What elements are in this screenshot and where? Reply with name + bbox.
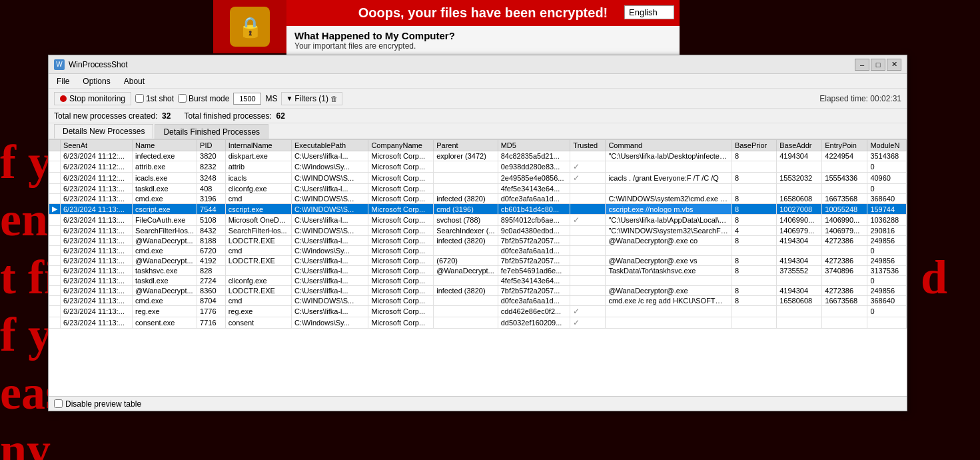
burst-mode-wrap: Burst mode [178,94,229,103]
close-button[interactable]: ✕ [887,59,901,71]
tab-details-new[interactable]: Details New Processes [54,124,153,139]
ransom-content: Ooops, your files have been encrypted! E… [286,0,680,53]
maximize-button[interactable]: □ [871,59,885,71]
col-header-entryPoint[interactable]: EntryPoin [822,140,867,151]
col-header-baseAddr[interactable]: BaseAddr [777,140,822,151]
col-header-execPath[interactable]: ExecutablePath [292,140,368,151]
ransom-sub: What Happened to My Computer? Your impor… [286,26,680,55]
col-header-companyName[interactable]: CompanyName [368,140,434,151]
col-header-name[interactable]: Name [133,140,197,151]
toolbar: Stop monitoring 1st shot Burst mode MS ▼… [49,89,907,109]
table-header-row: SeenAt Name PID InternalName ExecutableP… [49,140,907,151]
col-header-command[interactable]: Command [606,140,732,151]
ransom-sub-title: What Happened to My Computer? [294,30,672,41]
ransom-icon: 🔒 [213,0,286,53]
finished-processes-label: Total finished processes: 62 [184,111,284,121]
menu-about[interactable]: About [121,75,147,87]
table-row[interactable]: 6/23/2024 11:13:...taskdl.exe408cliconfg… [49,184,907,194]
ransom-sub-text: Your important files are encrypted. [294,41,672,51]
table-row[interactable]: 6/23/2024 11:12:...icacls.exe3248icaclsC… [49,173,907,184]
menu-options[interactable]: Options [80,75,113,87]
col-header-trusted[interactable]: Trusted [570,140,606,151]
disable-preview-checkbox[interactable] [54,399,63,408]
table-row[interactable]: 6/23/2024 11:12:...infected.exe3820diskp… [49,151,907,161]
table-row[interactable]: 6/23/2024 11:13:...@WanaDecrypt...8360LO… [49,286,907,296]
menu-file[interactable]: File [54,75,72,87]
table-row[interactable]: 6/23/2024 11:13:...SearchFilterHos...843… [49,226,907,236]
process-table: SeenAt Name PID InternalName ExecutableP… [49,139,907,329]
status-bar: Disable preview table [49,396,907,411]
menu-bar: File Options About [49,74,907,89]
disable-preview-label: Disable preview table [65,399,141,409]
table-row[interactable]: 6/23/2024 11:13:...@WanaDecrypt...8188LO… [49,236,907,246]
table-row[interactable]: 6/23/2024 11:13:...cmd.exe3196cmdC:\WIND… [49,194,907,204]
language-select[interactable]: English French German [624,5,674,19]
table-row[interactable]: 6/23/2024 11:13:...reg.exe1776reg.exeC:\… [49,306,907,317]
main-window: W WinProcessShot – □ ✕ File Options Abou… [48,55,907,411]
col-header-moduleNum[interactable]: ModuleN [867,140,907,151]
window-title: WinProcessShot [69,60,855,69]
col-header-arrow[interactable] [49,140,61,151]
burst-mode-checkbox[interactable] [178,94,187,103]
stats-bar: Total new processes created: 32 Total fi… [49,109,907,123]
table-row[interactable]: 6/23/2024 11:12:...attrib.exe8232attribC… [49,161,907,173]
title-bar-controls: – □ ✕ [855,59,901,71]
col-header-pid[interactable]: PID [197,140,226,151]
new-processes-label: Total new processes created: 32 [54,111,171,121]
minimize-button[interactable]: – [855,59,869,71]
ransom-banner: 🔒 Ooops, your files have been encrypted!… [213,0,680,53]
disable-preview-wrap: Disable preview table [54,399,141,409]
ransom-title: Ooops, your files have been encrypted! E… [286,0,680,26]
table-row[interactable]: 6/23/2024 11:13:...taskhsvc.exe828C:\Use… [49,266,907,276]
stop-indicator [60,95,67,102]
col-header-internalName[interactable]: InternalName [225,140,291,151]
table-row[interactable]: 6/23/2024 11:13:...taskdl.exe2724cliconf… [49,276,907,286]
tab-details-finished[interactable]: Details Finished Processes [155,124,268,139]
table-row[interactable]: 6/23/2024 11:13:...cmd.exe6720cmdC:\Wind… [49,246,907,256]
table-row[interactable]: 6/23/2024 11:13:...FileCoAuth.exe5108Mic… [49,215,907,226]
app-icon: W [54,59,65,70]
elapsed-time: Elapsed time: 00:02:31 [819,94,901,103]
filters-button[interactable]: ▼ Filters (1) 🗑 [281,92,342,105]
table-row[interactable]: ▶6/23/2024 11:13:...cscript.exe7544cscri… [49,204,907,215]
ms-value-input[interactable] [233,93,261,105]
col-header-parent[interactable]: Parent [434,140,498,151]
first-shot-wrap: 1st shot [135,94,174,103]
col-header-md5[interactable]: MD5 [498,140,570,151]
col-header-basePrior[interactable]: BasePrior [732,140,776,151]
stop-monitoring-button[interactable]: Stop monitoring [54,92,131,105]
tab-bar: Details New Processes Details Finished P… [49,123,907,139]
ransom-lock-icon: 🔒 [230,7,270,47]
col-header-seenAt[interactable]: SeenAt [61,140,133,151]
title-bar: W WinProcessShot – □ ✕ [49,55,907,74]
first-shot-checkbox[interactable] [135,94,144,103]
table-row[interactable]: 6/23/2024 11:13:...cmd.exe8704cmdC:\WIND… [49,296,907,306]
table-row[interactable]: 6/23/2024 11:13:...consent.exe7716consen… [49,317,907,329]
table-row[interactable]: 6/23/2024 11:13:...@WanaDecrypt...4192LO… [49,256,907,266]
process-table-container[interactable]: SeenAt Name PID InternalName ExecutableP… [49,139,907,396]
